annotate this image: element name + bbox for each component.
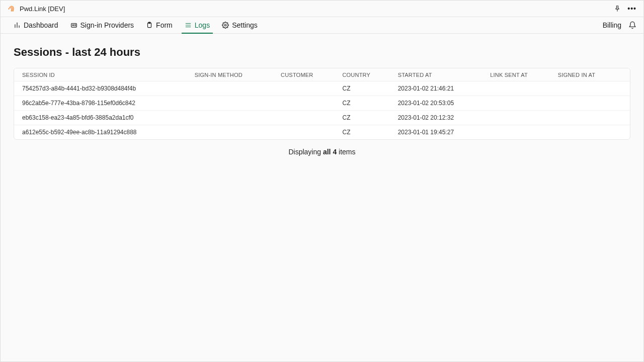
cell-signed-in-at bbox=[550, 96, 630, 111]
col-link-sent-at[interactable]: LINK SENT AT bbox=[482, 68, 550, 81]
cell-signed-in-at bbox=[550, 111, 630, 125]
page-title: Sessions - last 24 hours bbox=[14, 46, 630, 59]
header-left: Pwd.Link [DEV] bbox=[8, 5, 65, 13]
tab-logs[interactable]: Logs bbox=[179, 17, 216, 33]
table-row[interactable]: eb63c158-ea23-4a85-bfd6-3885a2da1cf0CZ20… bbox=[14, 111, 630, 125]
cell-country: CZ bbox=[334, 111, 389, 125]
cell-session-id: 96c2ab5e-777e-43ba-8798-115ef0d6c842 bbox=[14, 96, 187, 111]
tab-form[interactable]: Form bbox=[140, 17, 179, 33]
cell-signed-in-at bbox=[550, 125, 630, 140]
col-customer[interactable]: CUSTOMER bbox=[273, 68, 334, 81]
cell-link-sent-at bbox=[482, 81, 550, 96]
cell-started-at: 2023-01-02 20:12:32 bbox=[390, 111, 482, 125]
table-row[interactable]: a612e55c-b592-49ee-ac8b-11a91294c888CZ20… bbox=[14, 125, 630, 140]
nav-right: Billing bbox=[603, 17, 636, 33]
table-row[interactable]: 96c2ab5e-777e-43ba-8798-115ef0d6c842CZ20… bbox=[14, 96, 630, 111]
summary-prefix: Displaying bbox=[288, 148, 323, 156]
cell-country: CZ bbox=[334, 81, 389, 96]
tab-settings[interactable]: Settings bbox=[216, 17, 264, 33]
cell-session-id: 754257d3-a84b-4441-bd32-b9308d484f4b bbox=[14, 81, 187, 96]
id-card-icon bbox=[70, 22, 77, 29]
summary-bold: all 4 bbox=[323, 148, 337, 156]
summary-suffix: items bbox=[337, 148, 355, 156]
tab-dashboard[interactable]: Dashboard bbox=[8, 17, 64, 33]
cell-signed-in-at bbox=[550, 81, 630, 96]
col-signed-in-at[interactable]: SIGNED IN AT bbox=[550, 68, 630, 81]
cell-signin-method bbox=[187, 111, 273, 125]
more-icon[interactable]: ••• bbox=[627, 5, 636, 12]
tab-signin-providers[interactable]: Sign-in Providers bbox=[64, 17, 140, 33]
table-summary: Displaying all 4 items bbox=[14, 148, 630, 156]
billing-link[interactable]: Billing bbox=[603, 21, 621, 29]
cell-signin-method bbox=[187, 81, 273, 96]
col-signin-method[interactable]: SIGN-IN METHOD bbox=[187, 68, 273, 81]
page-content: Sessions - last 24 hours SESSION ID SIGN… bbox=[1, 34, 643, 168]
cell-started-at: 2023-01-01 19:45:27 bbox=[390, 125, 482, 140]
cell-customer bbox=[273, 111, 334, 125]
table-header-row: SESSION ID SIGN-IN METHOD CUSTOMER COUNT… bbox=[14, 68, 630, 81]
cell-country: CZ bbox=[334, 125, 389, 140]
cell-customer bbox=[273, 96, 334, 111]
cell-link-sent-at bbox=[482, 111, 550, 125]
svg-point-13 bbox=[224, 24, 226, 26]
cell-signin-method bbox=[187, 96, 273, 111]
chart-icon bbox=[14, 22, 21, 29]
tab-label: Dashboard bbox=[24, 21, 58, 29]
sessions-table: SESSION ID SIGN-IN METHOD CUSTOMER COUNT… bbox=[14, 68, 630, 140]
col-session-id[interactable]: SESSION ID bbox=[14, 68, 187, 81]
svg-point-5 bbox=[72, 25, 73, 26]
col-country[interactable]: COUNTRY bbox=[334, 68, 389, 81]
cell-started-at: 2023-01-02 21:46:21 bbox=[390, 81, 482, 96]
gear-icon bbox=[222, 22, 229, 29]
tab-label: Settings bbox=[232, 21, 258, 29]
clipboard-icon bbox=[146, 22, 153, 29]
nav-tabs: Dashboard Sign-in Providers Form bbox=[1, 17, 643, 34]
cell-link-sent-at bbox=[482, 96, 550, 111]
nav-left: Dashboard Sign-in Providers Form bbox=[8, 17, 264, 33]
cell-started-at: 2023-01-02 20:53:05 bbox=[390, 96, 482, 111]
cell-session-id: a612e55c-b592-49ee-ac8b-11a91294c888 bbox=[14, 125, 187, 140]
app-title: Pwd.Link [DEV] bbox=[20, 5, 65, 13]
tab-label: Form bbox=[156, 21, 173, 29]
fingerprint-icon bbox=[8, 5, 16, 13]
cell-customer bbox=[273, 81, 334, 96]
cell-link-sent-at bbox=[482, 125, 550, 140]
pin-icon[interactable] bbox=[613, 5, 621, 13]
list-icon bbox=[185, 22, 192, 29]
col-started-at[interactable]: STARTED AT bbox=[390, 68, 482, 81]
table-row[interactable]: 754257d3-a84b-4441-bd32-b9308d484f4bCZ20… bbox=[14, 81, 630, 96]
tab-label: Logs bbox=[195, 21, 210, 29]
tab-label: Sign-in Providers bbox=[80, 21, 134, 29]
svg-rect-4 bbox=[71, 24, 76, 28]
header-right: ••• bbox=[613, 5, 636, 13]
bell-icon[interactable] bbox=[628, 21, 636, 29]
app-header: Pwd.Link [DEV] ••• bbox=[1, 1, 643, 17]
cell-country: CZ bbox=[334, 96, 389, 111]
cell-session-id: eb63c158-ea23-4a85-bfd6-3885a2da1cf0 bbox=[14, 111, 187, 125]
cell-customer bbox=[273, 125, 334, 140]
cell-signin-method bbox=[187, 125, 273, 140]
